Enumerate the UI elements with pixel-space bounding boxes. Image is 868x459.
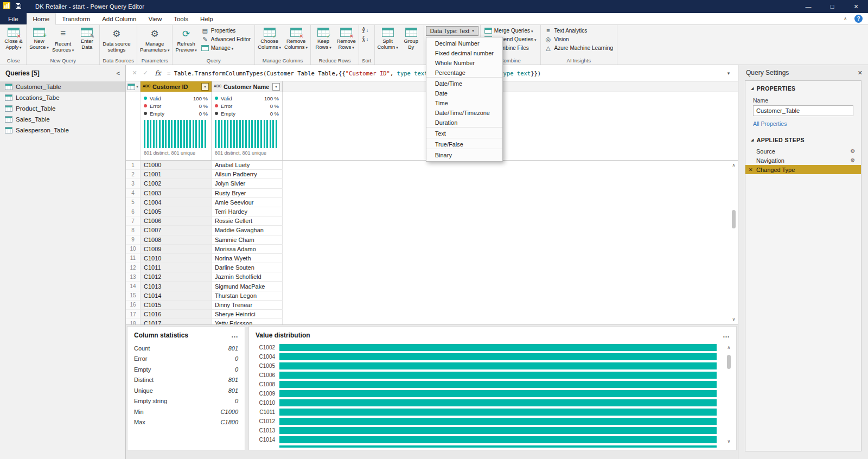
datatype-menu-item[interactable]: Decimal Number xyxy=(426,39,502,48)
cell-customer-id[interactable]: C1001 xyxy=(141,170,212,179)
cell-customer-id[interactable]: C1016 xyxy=(141,310,212,319)
datatype-menu-item[interactable]: Binary xyxy=(426,150,502,160)
merge-queries-button[interactable]: Merge Queries xyxy=(482,26,535,35)
close-settings-icon[interactable]: ✕ xyxy=(858,69,863,76)
remove-rows-button[interactable]: Remove Rows xyxy=(335,26,357,50)
applied-step[interactable]: Navigation xyxy=(745,156,861,165)
cell-customer-id[interactable]: C1007 xyxy=(141,226,212,235)
collapse-ribbon-icon[interactable]: ∧ xyxy=(844,16,847,21)
cell-customer-id[interactable]: C1010 xyxy=(141,254,212,263)
column-header-customer-id[interactable]: ABC Customer ID ▾ xyxy=(141,81,212,92)
manage-button[interactable]: Manage xyxy=(199,43,236,52)
cell-customer-id[interactable]: C1002 xyxy=(141,179,212,188)
minimize-button[interactable]: — xyxy=(796,0,820,13)
distribution-bar[interactable] xyxy=(279,409,717,416)
scroll-down-icon[interactable]: ∨ xyxy=(732,315,736,323)
cell-customer-id[interactable]: C1006 xyxy=(141,216,212,226)
maximize-button[interactable]: □ xyxy=(820,0,844,13)
cell-customer-name[interactable]: Rossie Gellert xyxy=(212,216,283,226)
cell-customer-id[interactable]: C1012 xyxy=(141,272,212,282)
distribution-bar[interactable] xyxy=(279,362,717,369)
applied-step[interactable]: Changed Type xyxy=(745,165,861,174)
all-properties-link[interactable]: All Properties xyxy=(745,116,861,133)
menu-tab[interactable]: File xyxy=(0,13,27,24)
manage-parameters-button[interactable]: ⚙ Manage Parameters xyxy=(139,26,171,53)
cell-customer-id[interactable]: C1015 xyxy=(141,301,212,310)
scroll-down-icon[interactable]: ∨ xyxy=(727,437,731,445)
cell-customer-name[interactable]: Maddie Gavaghan xyxy=(212,226,283,235)
confirm-formula-icon[interactable]: ✓ xyxy=(140,69,151,76)
datatype-menu-item[interactable]: Text xyxy=(426,129,502,138)
value-histogram[interactable] xyxy=(144,120,208,148)
query-list-item[interactable]: Customer_Table xyxy=(0,81,125,92)
distribution-bar[interactable] xyxy=(279,390,717,397)
keep-rows-button[interactable]: Keep Rows xyxy=(312,26,334,50)
cell-customer-name[interactable]: Sammie Cham xyxy=(212,235,283,245)
cell-customer-id[interactable]: C1005 xyxy=(141,207,212,216)
cell-customer-id[interactable]: C1014 xyxy=(141,291,212,301)
menu-tab[interactable]: View xyxy=(143,13,168,24)
collapse-queries-pane-icon[interactable]: < xyxy=(117,70,120,76)
value-histogram[interactable] xyxy=(215,120,279,148)
cancel-formula-icon[interactable]: ✕ xyxy=(129,69,140,76)
cell-customer-name[interactable]: Rusty Bryer xyxy=(212,189,283,198)
distribution-bar[interactable] xyxy=(279,427,717,434)
grid-vertical-scrollbar[interactable]: ∧ ∨ xyxy=(730,161,737,323)
distribution-bar[interactable] xyxy=(279,372,717,379)
cell-customer-name[interactable]: Darline Souten xyxy=(212,263,283,272)
distribution-bar[interactable] xyxy=(279,381,717,388)
grid-corner-cell[interactable]: ▾ xyxy=(126,81,141,92)
cell-customer-name[interactable]: Norina Wyeth xyxy=(212,254,283,263)
filter-icon[interactable]: ▾ xyxy=(272,83,280,91)
cell-customer-name[interactable]: Yetty Ericsson xyxy=(212,319,283,324)
menu-tab[interactable]: Add Column xyxy=(96,13,142,24)
distribution-bar[interactable] xyxy=(279,344,717,351)
properties-button[interactable]: ▤ Properties xyxy=(199,26,238,35)
cell-customer-id[interactable]: C1009 xyxy=(141,245,212,254)
query-list-item[interactable]: Product_Table xyxy=(0,103,125,114)
menu-tab[interactable]: Tools xyxy=(168,13,194,24)
menu-tab[interactable]: Home xyxy=(27,13,56,25)
cell-customer-name[interactable]: Sherye Heinrici xyxy=(212,310,283,319)
distribution-bar[interactable] xyxy=(279,445,717,448)
datatype-menu-item[interactable]: Percentage xyxy=(426,68,502,78)
datatype-menu-item[interactable]: True/False xyxy=(426,139,502,149)
new-source-button[interactable]: New Source xyxy=(28,26,50,50)
cell-customer-name[interactable]: Ailsun Padberry xyxy=(212,170,283,179)
applied-step[interactable]: Source xyxy=(745,146,861,156)
cell-customer-id[interactable]: C1004 xyxy=(141,198,212,207)
azure-ml-button[interactable]: △ Azure Machine Learning xyxy=(542,43,615,52)
scroll-track[interactable] xyxy=(730,169,737,315)
distribution-bar[interactable] xyxy=(279,436,717,443)
close-apply-button[interactable]: Close & Apply xyxy=(3,26,24,50)
recent-sources-button[interactable]: ≡ Recent Sources xyxy=(51,26,75,53)
datatype-menu-item[interactable]: Time xyxy=(426,98,502,108)
query-list-item[interactable]: Sales_Table xyxy=(0,114,125,125)
query-list-item[interactable]: Salesperson_Table xyxy=(0,125,125,136)
query-name-input[interactable] xyxy=(753,105,853,116)
datatype-menu-item[interactable]: Whole Number xyxy=(426,58,502,68)
datatype-menu-item[interactable]: Date xyxy=(426,88,502,98)
datatype-menu-item[interactable]: Date/Time/Timezone xyxy=(426,108,502,118)
vision-button[interactable]: ◎ Vision xyxy=(542,35,571,43)
column-header-customer-name[interactable]: ABC Customer Name ▾ xyxy=(212,81,283,92)
applied-steps-section-header[interactable]: ◢ APPLIED STEPS xyxy=(745,137,861,143)
cell-customer-name[interactable]: Amie Seeviour xyxy=(212,198,283,207)
scroll-track[interactable] xyxy=(725,352,732,437)
cell-customer-id[interactable]: C1008 xyxy=(141,235,212,245)
properties-section-header[interactable]: ◢ PROPERTIES xyxy=(745,85,861,92)
cell-customer-name[interactable]: Dinny Trenear xyxy=(212,301,283,310)
scroll-up-icon[interactable]: ∧ xyxy=(732,161,736,169)
more-options-icon[interactable]: … xyxy=(231,331,238,339)
cell-customer-name[interactable]: Sigmund MacPake xyxy=(212,282,283,291)
cell-customer-name[interactable]: Morissa Adamo xyxy=(212,245,283,254)
save-icon[interactable] xyxy=(15,3,22,11)
sort-ascending-button[interactable]: AZ ↓ xyxy=(361,26,370,35)
cell-customer-id[interactable]: C1003 xyxy=(141,189,212,198)
close-button[interactable]: ✕ xyxy=(844,0,868,13)
menu-tab[interactable]: Transform xyxy=(56,13,96,24)
more-options-icon[interactable]: … xyxy=(723,331,730,339)
cell-customer-name[interactable]: Thurstan Legon xyxy=(212,291,283,301)
scroll-thumb[interactable] xyxy=(727,355,731,369)
sort-descending-button[interactable]: ZA ↓ xyxy=(361,35,370,43)
